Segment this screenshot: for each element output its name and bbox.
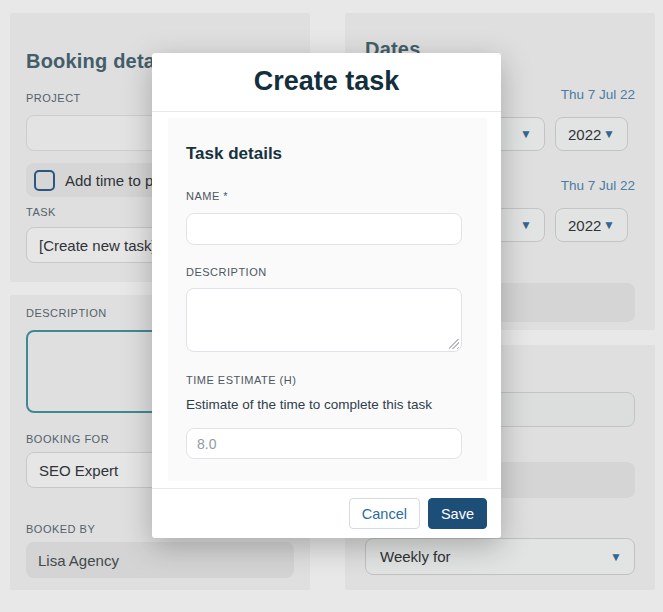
modal-header: Create task bbox=[152, 53, 501, 112]
task-details-heading: Task details bbox=[186, 144, 462, 164]
task-description-wrap bbox=[186, 288, 462, 352]
task-description-label: DESCRIPTION bbox=[186, 266, 462, 278]
time-estimate-label: TIME ESTIMATE (H) bbox=[186, 374, 462, 386]
modal-body: Task details NAME * DESCRIPTION TIME EST… bbox=[152, 112, 501, 481]
task-details-panel: Task details NAME * DESCRIPTION TIME EST… bbox=[168, 118, 487, 481]
create-task-modal: Create task Task details NAME * DESCRIPT… bbox=[152, 53, 501, 538]
task-description-textarea[interactable] bbox=[186, 288, 462, 352]
save-button[interactable]: Save bbox=[428, 498, 487, 529]
cancel-button[interactable]: Cancel bbox=[349, 498, 420, 529]
name-input[interactable] bbox=[186, 213, 462, 245]
name-label: NAME * bbox=[186, 190, 462, 202]
modal-footer: Cancel Save bbox=[152, 488, 501, 538]
app-screen: Booking details PROJECT Add time to pro … bbox=[0, 0, 663, 612]
time-estimate-help: Estimate of the time to complete this ta… bbox=[186, 397, 462, 413]
resize-grip-icon[interactable] bbox=[449, 339, 459, 349]
time-estimate-input[interactable] bbox=[186, 428, 462, 459]
modal-title: Create task bbox=[152, 53, 501, 110]
